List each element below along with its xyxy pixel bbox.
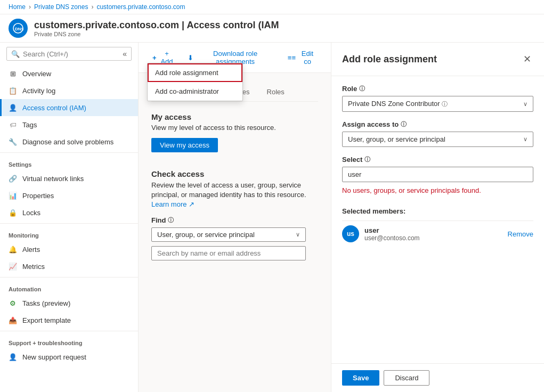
breadcrumb-resource[interactable]: customers.private.contoso.com (96, 3, 185, 11)
sidebar-nav: ⊞ Overview 📋 Activity log 👤 Access contr… (0, 65, 138, 392)
sidebar-item-label: Locks (22, 209, 40, 217)
sidebar-item-properties[interactable]: 📊 Properties (0, 187, 138, 204)
panel-body: Role ⓘ Private DNS Zone Contributor ⓘ ∨ … (331, 76, 544, 363)
role-value-info-icon: ⓘ (442, 101, 448, 107)
assign-access-field-group: Assign access to ⓘ User, group, or servi… (342, 120, 533, 147)
sidebar-item-label: Tasks (preview) (22, 299, 70, 307)
search-input[interactable] (151, 246, 306, 260)
sidebar: 🔍 « ⊞ Overview 📋 Activity log 👤 Access c… (0, 43, 139, 392)
member-name: user (364, 226, 502, 234)
sidebar-item-label: New support request (22, 353, 86, 361)
page-header: DNS customers.private.contoso.com | Acce… (0, 14, 544, 43)
search-input[interactable] (23, 50, 119, 58)
find-label: Find ⓘ (151, 216, 318, 224)
sidebar-item-tags[interactable]: 🏷 Tags (0, 116, 138, 133)
role-label: Role ⓘ (342, 85, 533, 93)
sidebar-item-new-support[interactable]: 👤 New support request (0, 348, 138, 365)
breadcrumb-home[interactable]: Home (9, 3, 26, 11)
panel-footer: Save Discard (331, 363, 544, 392)
find-info-icon: ⓘ (168, 216, 174, 224)
breadcrumb: Home › Private DNS zones › customers.pri… (0, 0, 544, 14)
sidebar-item-metrics[interactable]: 📈 Metrics (0, 258, 138, 275)
sidebar-item-label: Access control (IAM) (22, 104, 86, 112)
sidebar-item-label: Alerts (22, 246, 40, 254)
learn-more-link[interactable]: Learn more ↗ (151, 200, 194, 208)
sidebar-item-tasks[interactable]: ⚙ Tasks (preview) (0, 295, 138, 312)
access-control-icon: 👤 (9, 103, 17, 112)
toolbar: + + Add ⬇ Download role assignments ≡≡ E… (139, 43, 331, 73)
sidebar-item-label: Export template (22, 316, 71, 324)
add-icon: + (152, 54, 157, 62)
sidebar-item-label: Diagnose and solve problems (22, 138, 113, 146)
overview-icon: ⊞ (9, 69, 17, 78)
discard-button[interactable]: Discard (384, 370, 429, 386)
sidebar-item-label: Activity log (22, 87, 55, 95)
section-monitoring: Monitoring (0, 226, 138, 241)
role-select[interactable]: Private DNS Zone Contributor ⓘ ∨ (342, 96, 533, 112)
add-co-admin-item[interactable]: Add co-administrator (148, 82, 242, 101)
member-row: us user user@contoso.com Remove (342, 220, 533, 247)
save-button[interactable]: Save (342, 370, 379, 386)
my-access-desc: View my level of access to this resource… (151, 124, 318, 132)
add-role-assignment-item[interactable]: Add role assignment (148, 63, 242, 82)
find-select-value: User, group, or service principal (157, 231, 255, 239)
assign-access-chevron-icon: ∨ (523, 136, 527, 143)
sidebar-item-export-template[interactable]: 📤 Export template (0, 312, 138, 329)
section-support: Support + troubleshooting (0, 333, 138, 348)
download-icon: ⬇ (188, 54, 193, 62)
header-icon: DNS (9, 19, 28, 38)
panel-close-button[interactable]: ✕ (521, 51, 533, 67)
check-access-section: Check access Review the level of access … (151, 169, 318, 260)
collapse-icon[interactable]: « (123, 50, 127, 58)
sidebar-item-label: Virtual network links (22, 175, 84, 183)
page-content: Role assignments Roles Roles My access V… (139, 73, 331, 271)
add-role-assignment-panel: Add role assignment ✕ Role ⓘ Private DNS… (331, 43, 544, 392)
content-area: + + Add ⬇ Download role assignments ≡≡ E… (139, 43, 331, 392)
page-subtitle: Private DNS zone (34, 31, 279, 37)
diagnose-icon: 🔧 (9, 137, 17, 146)
member-info: user user@contoso.com (364, 226, 502, 242)
search-box[interactable]: 🔍 « (6, 47, 132, 61)
selected-members-section: Selected members: us user user@contoso.c… (342, 207, 533, 247)
header-text: customers.private.contoso.com | Access c… (34, 20, 279, 37)
role-chevron-icon: ∨ (523, 101, 527, 108)
add-dropdown-menu: Add role assignment Add co-administrator (147, 63, 243, 101)
sidebar-item-locks[interactable]: 🔒 Locks (0, 204, 138, 221)
check-access-title: Check access (151, 169, 318, 178)
select-input[interactable] (342, 167, 533, 182)
support-icon: 👤 (9, 353, 17, 361)
sidebar-item-label: Metrics (22, 263, 45, 271)
sidebar-item-label: Properties (22, 192, 54, 200)
sidebar-item-label: Overview (22, 70, 51, 78)
select-label: Select ⓘ (342, 156, 533, 164)
sidebar-item-activity-log[interactable]: 📋 Activity log (0, 82, 138, 99)
tab-roles-2[interactable]: Roles (258, 84, 293, 101)
select-field-group: Select ⓘ No users, groups, or service pr… (342, 156, 533, 199)
breadcrumb-sep-2: › (91, 3, 93, 11)
edit-button[interactable]: ≡≡ Edit co (282, 47, 322, 68)
find-select[interactable]: User, group, or service principal ∨ (151, 227, 306, 242)
member-remove-link[interactable]: Remove (508, 230, 533, 238)
sidebar-item-overview[interactable]: ⊞ Overview (0, 65, 138, 82)
assign-access-value: User, group, or service principal (348, 135, 445, 143)
sidebar-item-diagnose[interactable]: 🔧 Diagnose and solve problems (0, 133, 138, 150)
assign-access-label: Assign access to ⓘ (342, 120, 533, 128)
sidebar-item-alerts[interactable]: 🔔 Alerts (0, 241, 138, 258)
panel-header: Add role assignment ✕ (331, 43, 544, 76)
locks-icon: 🔒 (9, 208, 17, 217)
breadcrumb-private-dns[interactable]: Private DNS zones (34, 3, 88, 11)
member-avatar: us (342, 225, 359, 242)
virtual-network-icon: 🔗 (9, 174, 17, 183)
activity-log-icon: 📋 (9, 86, 17, 95)
section-automation: Automation (0, 280, 138, 295)
sidebar-item-virtual-network-links[interactable]: 🔗 Virtual network links (0, 170, 138, 187)
tags-icon: 🏷 (9, 120, 17, 129)
alerts-icon: 🔔 (9, 245, 17, 254)
sidebar-item-access-control[interactable]: 👤 Access control (IAM) (0, 99, 138, 116)
view-my-access-button[interactable]: View my access (151, 138, 218, 152)
my-access-title: My access (151, 112, 318, 121)
role-info-icon: ⓘ (359, 85, 365, 93)
page-title: customers.private.contoso.com | Access c… (34, 20, 279, 31)
selected-members-label: Selected members: (342, 207, 533, 215)
assign-access-select[interactable]: User, group, or service principal ∨ (342, 132, 533, 147)
